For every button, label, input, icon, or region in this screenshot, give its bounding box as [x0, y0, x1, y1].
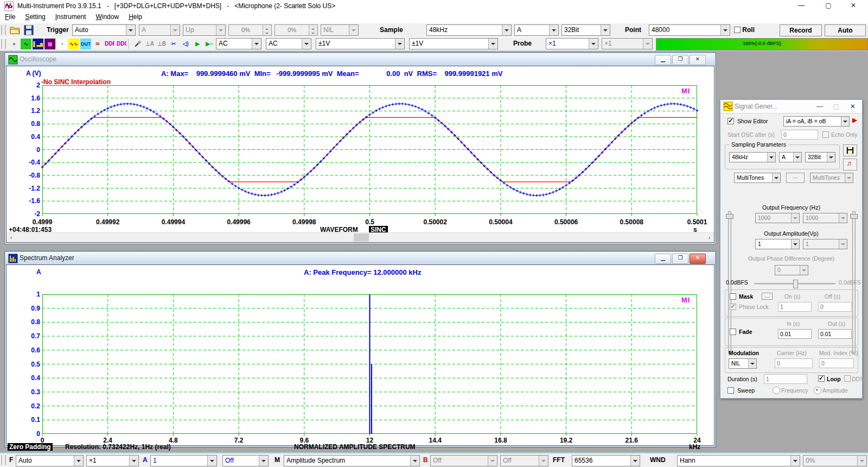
- save-icon[interactable]: [24, 25, 34, 35]
- coupling-a-select[interactable]: AC: [216, 38, 261, 49]
- probe-a-select[interactable]: ×1: [546, 38, 598, 49]
- siggen-channel-select[interactable]: A: [779, 152, 802, 162]
- derived-data-curve-icon[interactable]: ≋: [92, 39, 103, 49]
- show-editor-checkbox[interactable]: [727, 117, 734, 125]
- gain-a-select[interactable]: 1: [150, 455, 217, 466]
- slider-thumb[interactable]: [726, 214, 733, 219]
- freq-axis-select[interactable]: Auto: [16, 455, 84, 466]
- menu-window[interactable]: Window: [91, 12, 124, 22]
- sweep-checkbox[interactable]: [727, 387, 734, 394]
- range-a-select[interactable]: ±1V: [316, 38, 405, 49]
- run-loop-icon[interactable]: ▶○: [204, 39, 215, 49]
- siggen-run-button[interactable]: ▶: [852, 116, 860, 125]
- signal-generator-titlebar[interactable]: Signal Gener... — ▢ ✕: [720, 100, 862, 113]
- menu-help[interactable]: Help: [124, 12, 147, 22]
- fft-size-select[interactable]: 65536: [572, 455, 640, 466]
- window-fn-select[interactable]: Hann: [677, 455, 800, 466]
- siggen-minimize-button[interactable]: —: [816, 103, 823, 110]
- app-close-button[interactable]: ✕: [841, 0, 866, 12]
- oscilloscope-minimize-button[interactable]: ▁: [655, 55, 671, 65]
- fade-checkbox[interactable]: [730, 328, 736, 336]
- roll-checkbox-box[interactable]: [734, 27, 741, 33]
- ddc-icon[interactable]: DDC: [116, 39, 127, 49]
- scope-plot[interactable]: [42, 85, 697, 214]
- spectrum-analyzer-icon[interactable]: ▌▂▅: [33, 39, 43, 49]
- siggen-sample-rate-select[interactable]: 48kHz: [729, 152, 776, 162]
- oscilloscope-titlebar[interactable]: Oscilloscope ▁ ❐ ✕: [5, 53, 715, 66]
- mask-on-label: On (s): [784, 293, 800, 300]
- sound-output-icon[interactable]: ◁): [180, 39, 191, 49]
- spectrum-restore-button[interactable]: ❐: [672, 254, 688, 264]
- balance-slider[interactable]: [754, 283, 835, 285]
- scroll-right-icon[interactable]: ›: [705, 233, 714, 242]
- sample-rate-select[interactable]: 48kHz: [426, 24, 512, 36]
- loop-checkbox[interactable]: [818, 375, 825, 382]
- signal-generator-icon[interactable]: ∿∿: [68, 39, 79, 49]
- ddp-viewer-icon[interactable]: DDP: [104, 39, 115, 49]
- ground-b-icon[interactable]: ⊥B: [156, 39, 167, 49]
- mask-browse-button[interactable]: ...: [762, 293, 773, 300]
- coupling-b-select[interactable]: AC: [266, 38, 311, 49]
- menu-file[interactable]: File: [0, 12, 20, 22]
- siggen-score-button[interactable]: ♬: [843, 159, 857, 171]
- slider-thumb[interactable]: [793, 280, 798, 288]
- mode-select[interactable]: Amplitude Spectrum: [284, 455, 420, 466]
- app-minimize-button[interactable]: —: [789, 0, 814, 12]
- point-count-select[interactable]: 48000: [649, 24, 730, 36]
- output-phase-label: Output Phase Difference (Degree): [720, 255, 862, 262]
- record-button[interactable]: Record: [780, 24, 822, 36]
- spectrum-minimize-button[interactable]: ▁: [655, 254, 671, 264]
- range-b-select[interactable]: ±1V: [409, 38, 498, 49]
- wave-browse-button[interactable]: ...: [786, 173, 805, 183]
- zero-padding-badge[interactable]: Zero Padding: [8, 443, 53, 451]
- spectrum-titlebar[interactable]: Spectrum Analyzer ▁ ❐ ✕: [5, 252, 715, 265]
- multimeter-icon[interactable]: ◔: [56, 39, 67, 49]
- spectrum-plot[interactable]: [42, 294, 697, 434]
- spectrum-close-button[interactable]: ✕: [690, 254, 706, 264]
- amp-a-select[interactable]: 1: [755, 239, 800, 249]
- persist-a-select[interactable]: Off: [222, 455, 269, 466]
- toolbar-grip[interactable]: [1, 39, 6, 49]
- oscilloscope-close-button[interactable]: ✕: [690, 55, 706, 65]
- fade-in-input[interactable]: 0.01: [778, 329, 812, 339]
- spin-down-icon[interactable]: [263, 30, 271, 35]
- scroll-thumb[interactable]: [354, 234, 369, 242]
- siggen-maximize-button[interactable]: ▢: [833, 103, 839, 110]
- fade-out-input[interactable]: 0.01: [818, 329, 852, 339]
- mask-checkbox[interactable]: [730, 293, 736, 300]
- toolbar-grip[interactable]: [1, 455, 6, 465]
- siggen-save-button[interactable]: [843, 144, 857, 156]
- toolbar-grip[interactable]: [1, 25, 6, 35]
- routing-select[interactable]: iA = oA, iB = oB: [783, 116, 850, 127]
- oscilloscope-icon[interactable]: ∿: [21, 39, 31, 49]
- scope-hscrollbar[interactable]: ‹ ›: [7, 232, 714, 242]
- scroll-left-icon[interactable]: ‹: [7, 233, 16, 242]
- menu-instrument[interactable]: Instrument: [50, 12, 91, 22]
- multi-instrument-icon[interactable]: ▦: [44, 39, 55, 49]
- device-test-plan-icon[interactable]: DUT: [80, 39, 91, 49]
- mic-icon[interactable]: 🎤: [132, 39, 143, 49]
- app-maximize-button[interactable]: ▢: [816, 0, 841, 12]
- probe-calibration-icon[interactable]: ✂: [168, 39, 179, 49]
- siggen-close-button[interactable]: ✕: [850, 103, 856, 110]
- menu-setting[interactable]: Setting: [20, 12, 50, 22]
- spin-down-icon[interactable]: [309, 30, 317, 35]
- roll-checkbox[interactable]: Roll: [734, 26, 755, 34]
- slider-thumb[interactable]: [850, 214, 858, 219]
- spin-up-icon[interactable]: [263, 25, 271, 30]
- sample-channel-select[interactable]: A: [514, 24, 559, 36]
- spin-up-icon[interactable]: [309, 25, 317, 30]
- ground-a-icon[interactable]: ⊥A: [144, 39, 155, 49]
- oscilloscope-restore-button[interactable]: ❐: [672, 55, 688, 65]
- modulation-select[interactable]: NIL: [729, 358, 757, 369]
- fft-label: FFT: [553, 456, 565, 464]
- run-icon[interactable]: ▶: [192, 39, 203, 49]
- open-file-icon[interactable]: [10, 25, 21, 35]
- record-indicator-icon[interactable]: ●: [9, 39, 20, 49]
- trigger-mode-select[interactable]: Auto: [72, 24, 136, 36]
- auto-button[interactable]: Auto: [825, 24, 866, 36]
- zoom-select[interactable]: ×1: [86, 455, 139, 466]
- siggen-bits-select[interactable]: 32Bit: [805, 152, 835, 162]
- sample-bits-select[interactable]: 32Bit: [561, 24, 610, 36]
- wave-a-select[interactable]: MultiTones: [734, 173, 781, 183]
